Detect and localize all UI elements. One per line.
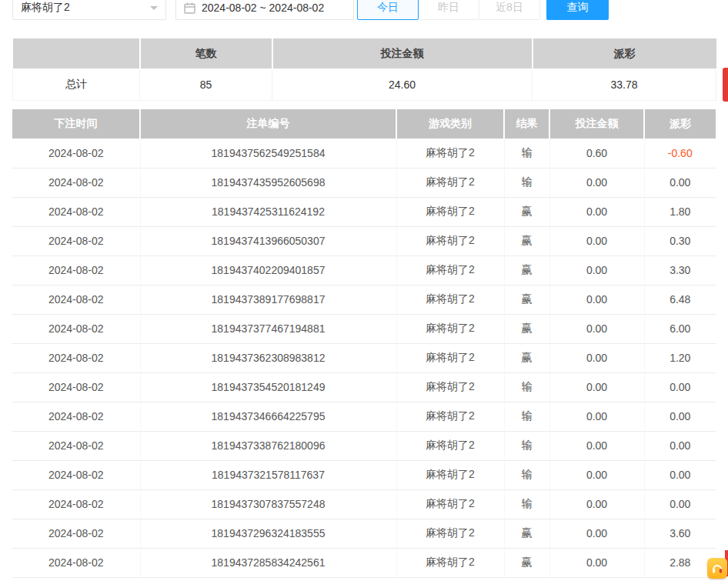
header-payout: 派彩 — [644, 109, 716, 139]
cell-order-id: 1819437413966050307 — [140, 226, 396, 255]
summary-header-row: 笔数 投注金额 派彩 — [13, 38, 716, 69]
cell-bet-time: 2024-08-02 — [12, 255, 140, 285]
customer-service-icon — [711, 563, 723, 575]
cell-order-id: 1819437285834242561 — [140, 548, 396, 577]
quick-filter-today-button[interactable]: 今日 — [357, 0, 419, 20]
table-row: 2024-08-02 1819437307837557248 麻将胡了2 输 0… — [12, 489, 716, 519]
game-select-value: 麻将胡了2 — [21, 1, 70, 15]
cell-bet-time: 2024-08-02 — [12, 372, 140, 402]
cell-payout: 0.00 — [644, 402, 716, 431]
summary-header-bet-amount: 投注金额 — [272, 38, 533, 69]
cell-bet-amount: 0.00 — [549, 519, 644, 548]
cell-payout: 3.60 — [644, 519, 716, 548]
cell-game-type: 麻将胡了2 — [396, 168, 504, 197]
cell-bet-time: 2024-08-02 — [12, 402, 140, 431]
cell-order-id: 1819437307837557248 — [140, 489, 396, 519]
cell-result: 输 — [504, 402, 549, 431]
cell-order-id: 1819437435952605698 — [140, 168, 396, 197]
cell-game-type: 麻将胡了2 — [396, 402, 504, 431]
cell-game-type: 麻将胡了2 — [396, 343, 504, 372]
table-row: 2024-08-02 1819437402209401857 麻将胡了2 赢 0… — [12, 255, 716, 285]
cell-result: 赢 — [504, 255, 549, 285]
cell-order-id: 1819437377467194881 — [140, 314, 396, 343]
floating-red-bar[interactable] — [723, 68, 728, 102]
table-row: 2024-08-02 1819437285834242561 麻将胡了2 赢 0… — [12, 548, 716, 577]
summary-total-label: 总计 — [13, 69, 140, 100]
cell-payout: 0.00 — [644, 460, 716, 489]
cell-bet-amount: 0.60 — [549, 139, 644, 168]
cell-payout: 0.00 — [644, 168, 716, 197]
cell-order-id: 1819437562549251584 — [140, 139, 396, 168]
cell-result: 赢 — [504, 519, 549, 548]
table-row: 2024-08-02 1819437413966050307 麻将胡了2 赢 0… — [12, 226, 716, 255]
cell-game-type: 麻将胡了2 — [396, 548, 504, 577]
header-bet-time: 下注时间 — [12, 109, 140, 139]
cell-bet-time: 2024-08-02 — [12, 197, 140, 226]
summary-header-empty — [13, 38, 140, 69]
cell-result: 输 — [504, 168, 549, 197]
cell-result: 输 — [504, 460, 549, 489]
cell-payout: 2.88 — [644, 548, 716, 577]
cell-bet-amount: 0.00 — [549, 460, 644, 489]
table-row: 2024-08-02 1819437389177698817 麻将胡了2 赢 0… — [12, 285, 716, 314]
quick-filter-last8days-button[interactable]: 近8日 — [479, 0, 540, 20]
cell-result: 赢 — [504, 226, 549, 255]
cell-payout: 0.30 — [644, 226, 716, 255]
cell-result: 赢 — [504, 314, 549, 343]
summary-header-count: 笔数 — [140, 38, 272, 69]
cell-payout: 0.00 — [644, 431, 716, 460]
cell-order-id: 1819437296324183555 — [140, 519, 396, 548]
cell-bet-time: 2024-08-02 — [12, 285, 140, 314]
cell-game-type: 麻将胡了2 — [396, 197, 504, 226]
table-row: 2024-08-02 1819437562549251584 麻将胡了2 输 0… — [12, 139, 716, 168]
chevron-down-icon — [150, 6, 158, 10]
cell-bet-time: 2024-08-02 — [12, 489, 140, 519]
cell-game-type: 麻将胡了2 — [396, 489, 504, 519]
cell-bet-amount: 0.00 — [549, 255, 644, 285]
date-range-input[interactable]: 2024-08-02 ~ 2024-08-02 — [175, 0, 354, 20]
cell-order-id: 1819437389177698817 — [140, 285, 396, 314]
cell-order-id: 1819437402209401857 — [140, 255, 396, 285]
cell-bet-time: 2024-08-02 — [12, 343, 140, 372]
summary-table: 笔数 投注金额 派彩 总计 85 24.60 33.78 — [12, 38, 716, 101]
table-row: 2024-08-02 1819437425311624192 麻将胡了2 赢 0… — [12, 197, 716, 226]
summary-bet-amount-value: 24.60 — [272, 69, 533, 100]
cell-bet-amount: 0.00 — [549, 431, 644, 460]
cell-result: 输 — [504, 372, 549, 402]
summary-payout-value: 33.78 — [533, 69, 716, 100]
cell-payout: 6.48 — [644, 285, 716, 314]
cell-bet-amount: 0.00 — [549, 372, 644, 402]
cell-order-id: 1819437338762180096 — [140, 431, 396, 460]
bet-table-body: 2024-08-02 1819437562549251584 麻将胡了2 输 0… — [12, 139, 716, 577]
cell-bet-time: 2024-08-02 — [12, 168, 140, 197]
cell-order-id: 1819437425311624192 — [140, 197, 396, 226]
table-row: 2024-08-02 1819437346664225795 麻将胡了2 输 0… — [12, 402, 716, 431]
cell-result: 赢 — [504, 343, 549, 372]
cell-bet-amount: 0.00 — [549, 489, 644, 519]
bet-records-table: 下注时间 注单编号 游戏类别 结果 投注金额 派彩 2024-08-02 181… — [12, 109, 716, 578]
summary-count-value: 85 — [140, 69, 272, 100]
header-game-type: 游戏类别 — [396, 109, 504, 139]
game-select[interactable]: 麻将胡了2 — [12, 0, 166, 20]
header-order-id: 注单编号 — [140, 109, 396, 139]
cell-result: 赢 — [504, 548, 549, 577]
date-range-value: 2024-08-02 ~ 2024-08-02 — [202, 2, 324, 14]
cell-bet-time: 2024-08-02 — [12, 314, 140, 343]
calendar-icon — [184, 2, 195, 14]
cell-bet-amount: 0.00 — [549, 402, 644, 431]
cell-bet-time: 2024-08-02 — [12, 431, 140, 460]
cell-payout: 0.00 — [644, 372, 716, 402]
cell-game-type: 麻将胡了2 — [396, 285, 504, 314]
cell-bet-time: 2024-08-02 — [12, 460, 140, 489]
search-button[interactable]: 查询 — [546, 0, 609, 20]
cell-result: 赢 — [504, 197, 549, 226]
cell-game-type: 麻将胡了2 — [396, 255, 504, 285]
cell-bet-time: 2024-08-02 — [12, 519, 140, 548]
summary-total-row: 总计 85 24.60 33.78 — [13, 69, 716, 100]
cell-order-id: 1819437321578117637 — [140, 460, 396, 489]
quick-filter-yesterday-button[interactable]: 昨日 — [418, 0, 479, 20]
customer-service-button[interactable] — [707, 558, 727, 579]
cell-result: 赢 — [504, 285, 549, 314]
cell-result: 输 — [504, 489, 549, 519]
table-row: 2024-08-02 1819437362308983812 麻将胡了2 赢 0… — [12, 343, 716, 372]
